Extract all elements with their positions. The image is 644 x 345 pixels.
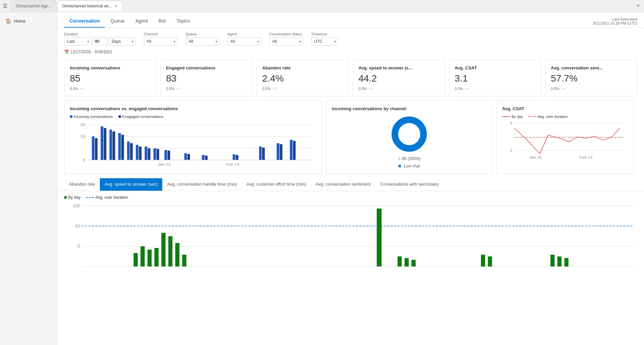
line-chart-title: Avg. CSAT (502, 106, 628, 111)
bottom-tab-conv_sentiment[interactable]: Avg. conversation sentiment (311, 178, 375, 191)
svg-rect-24 (168, 151, 170, 160)
donut-chart-area: ↳ 85 (100%) Live chat (332, 115, 487, 168)
duration-filter: Duration Last Days (64, 32, 136, 45)
nav-tab-topics[interactable]: Topics (171, 15, 195, 28)
conversation-status-select[interactable]: All (269, 37, 303, 45)
bar-chart-area: 20 10 0 (70, 121, 316, 168)
duration-label: Duration (64, 32, 136, 36)
svg-rect-68 (404, 258, 409, 266)
by-day-label: By day (511, 115, 523, 119)
svg-point-41 (400, 125, 418, 143)
kpi-card-engaged: Engaged conversations 83 0.0% — (160, 60, 252, 96)
incoming-legend-label: Incoming conversations (74, 115, 113, 119)
kpi-value-incoming: 85 (70, 73, 150, 84)
svg-rect-37 (290, 140, 292, 160)
svg-text:Feb 14: Feb 14 (580, 156, 593, 159)
kpi-change-csat: 0.0% (455, 87, 463, 91)
bottom-by-day-legend: By day (64, 195, 81, 200)
svg-text:50: 50 (75, 224, 80, 228)
svg-text:0: 0 (83, 158, 85, 162)
bottom-tab-handle_time[interactable]: Avg. conversation handle time (min) (162, 178, 242, 191)
donut-chart-card: Incoming conversations by channel ↳ 85 (… (326, 100, 493, 174)
svg-rect-29 (205, 156, 207, 160)
kpi-card-csat: Avg. CSAT 3.1 0.0% — (449, 60, 541, 96)
bottom-by-day-dot (64, 196, 67, 199)
kpi-title-speed: Avg. speed to answer (s... (359, 65, 439, 70)
donut-svg (389, 115, 429, 154)
bottom-tab-effort[interactable]: Avg. customer effort time (min) (242, 178, 311, 191)
kpi-title-incoming: Incoming conversations (70, 65, 150, 70)
svg-rect-64 (175, 243, 179, 266)
channel-filter: Channel All (144, 32, 177, 45)
sidebar-item-home[interactable]: 🏠 Home (0, 15, 57, 27)
svg-rect-65 (182, 255, 186, 266)
nav-tabs: ConversationQueueAgentBotTopics (64, 15, 195, 28)
kpi-value-sentiment: 57.7% (551, 73, 632, 84)
svg-text:0: 0 (77, 244, 80, 249)
svg-rect-34 (262, 148, 265, 160)
home-icon: 🏠 (5, 18, 11, 24)
line-chart-svg: 4 2 Jan 31 Feb 14 (502, 120, 628, 167)
live-chat-dot (398, 165, 401, 167)
bar-chart-title: Incoming conversations vs. engaged conve… (70, 106, 316, 111)
kpi-row: Incoming conversations 85 0.0% — Engaged… (57, 56, 644, 100)
kpi-dash-incoming: — (80, 87, 84, 91)
kpi-change-abandon: 0.0% (262, 87, 271, 91)
bottom-by-day-label: By day (68, 195, 81, 200)
svg-rect-59 (141, 246, 145, 266)
kpi-value-csat: 3.1 (455, 73, 535, 84)
svg-rect-14 (121, 135, 124, 160)
conversation-status-filter: Conversation status All (269, 32, 303, 45)
bottom-bar-chart: 100 50 0 (64, 202, 637, 270)
svg-rect-8 (95, 138, 97, 160)
kpi-title-engaged: Engaged conversations (166, 65, 247, 70)
timezone-select[interactable]: UTC (311, 37, 338, 45)
svg-rect-19 (145, 147, 147, 160)
nav-tab-conversation[interactable]: Conversation (64, 15, 105, 28)
donut-label: ↳ 85 (100%) (398, 156, 421, 161)
kpi-card-incoming: Incoming conversations 85 0.0% — (64, 60, 156, 96)
engaged-legend-label: Enagaged conversations (122, 115, 163, 119)
sidebar-home-label: Home (14, 19, 26, 24)
kpi-value-engaged: 83 (166, 73, 247, 84)
by-day-legend: By day (502, 115, 523, 119)
main-content: ConversationQueueAgentBotTopics Last Ref… (57, 12, 644, 345)
browser-tab-tab2[interactable]: Omnichannel historical an...✕ (57, 1, 123, 11)
bottom-avg-line-icon (86, 197, 94, 198)
svg-text:Feb 14: Feb 14 (226, 163, 240, 166)
duration-value-input[interactable] (92, 37, 107, 45)
svg-rect-70 (481, 255, 485, 266)
bottom-tab-abandon[interactable]: Abandon rate (64, 178, 100, 191)
agent-select[interactable]: All (227, 37, 261, 45)
kpi-footer-abandon: 0.0% — (262, 87, 343, 91)
svg-rect-22 (157, 149, 159, 160)
duration-unit-select[interactable]: Days (109, 37, 136, 45)
nav-tab-queue[interactable]: Queue (105, 15, 130, 28)
nav-tab-bot[interactable]: Bot (153, 15, 171, 28)
bottom-avg-label: Avg. over duration (95, 195, 128, 200)
duration-period-select[interactable]: Last (64, 37, 91, 45)
svg-rect-61 (155, 248, 159, 266)
bottom-tab-secondary[interactable]: Conversations with secondary (375, 178, 443, 191)
channel-select[interactable]: All (144, 37, 177, 45)
queue-select[interactable]: All (186, 37, 219, 45)
avg-duration-label: Avg. over duration (538, 115, 568, 119)
svg-rect-38 (293, 141, 296, 160)
last-refreshed-label: Last Refreshed (593, 17, 637, 21)
nav-tab-agent[interactable]: Agent (130, 15, 153, 28)
svg-rect-21 (153, 148, 156, 160)
svg-rect-72 (551, 255, 555, 266)
bottom-tab-speed_answer[interactable]: Avg. speed to answer (sec) (100, 178, 162, 191)
svg-rect-60 (147, 250, 151, 266)
queue-filter: Queue All (186, 32, 219, 45)
tab-close-tab2[interactable]: ✕ (115, 4, 118, 8)
new-tab-button[interactable]: + (635, 1, 641, 11)
kpi-dash-engaged: — (176, 87, 180, 91)
hamburger-menu[interactable]: ☰ (3, 3, 7, 9)
svg-text:4: 4 (510, 122, 512, 125)
kpi-value-abandon: 2.4% (262, 73, 343, 84)
kpi-dash-sentiment: — (561, 87, 565, 91)
browser-tab-tab1[interactable]: Omnichannel Age... (11, 1, 56, 11)
avg-duration-legend: Avg. over duration (528, 115, 568, 119)
svg-text:10: 10 (80, 135, 85, 138)
